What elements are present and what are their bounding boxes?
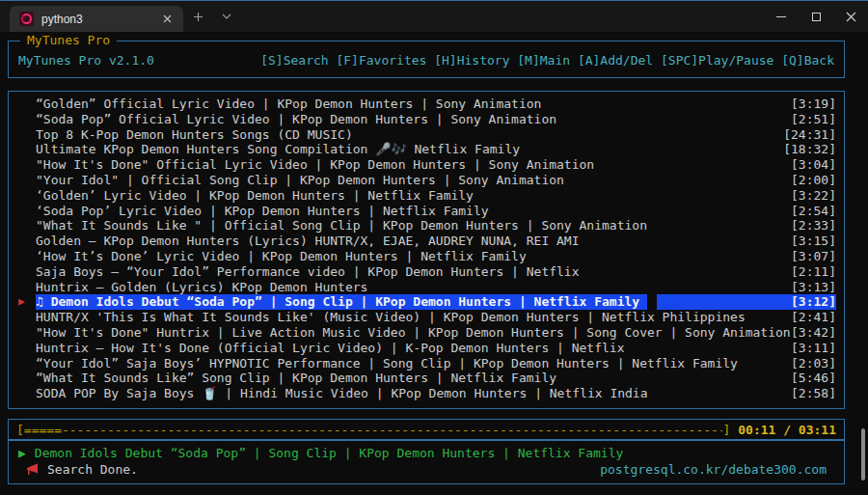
song-duration: [3:12] xyxy=(657,294,836,310)
progress-box: [=====----------------------------------… xyxy=(8,419,845,440)
song-list: “Golden” Official Lyric Video | KPop Dem… xyxy=(8,91,845,409)
playback-time: 00:11 / 03:11 xyxy=(730,423,836,437)
minimize-button[interactable] xyxy=(764,1,799,33)
app-version: MyTunes Pro v2.1.0 xyxy=(18,53,154,68)
song-duration: [2:51] xyxy=(791,112,836,127)
new-tab-button[interactable] xyxy=(183,4,212,29)
song-row[interactable]: Saja Boys – “Your Idol” Performance vide… xyxy=(9,264,844,280)
progress-filled: ===== xyxy=(24,423,62,437)
song-duration: [2:41] xyxy=(791,310,836,325)
progress-close-bracket: ] xyxy=(722,423,730,437)
song-duration: [2:58] xyxy=(791,386,836,401)
song-duration: [2:54] xyxy=(791,204,836,219)
song-row[interactable]: Huntrix – How It's Done (Official Lyric … xyxy=(9,341,844,356)
song-duration: [2:33] xyxy=(791,218,836,234)
now-playing-icon: ▶ xyxy=(18,446,26,461)
keyboard-shortcuts: [S]Search [F]Favorites [H]History [M]Mai… xyxy=(260,53,834,68)
song-title: Huntrix – How It's Done (Official Lyric … xyxy=(36,341,624,356)
song-row[interactable]: "How It's Done" Huntrix | Live Action Mu… xyxy=(9,325,844,341)
song-row[interactable]: ▶ ♫ Demon Idols Debut “Soda Pop” | Song … xyxy=(9,294,844,310)
song-row[interactable]: Ultimate KPop Demon Hunters Song Compila… xyxy=(9,142,844,157)
song-row[interactable]: “Your Idol” Saja Boys’ HYPNOTIC Performa… xyxy=(9,356,844,371)
song-title: “Your Idol” Saja Boys’ HYPNOTIC Performa… xyxy=(36,356,738,371)
song-title: ♫ Demon Idols Debut “Soda Pop” | Song Cl… xyxy=(36,294,647,310)
song-title: “What It Sounds Like” Song Clip | KPop D… xyxy=(36,371,556,386)
terminal-tab[interactable]: python3 xyxy=(10,6,183,32)
song-duration: [3:15] xyxy=(791,234,836,249)
progress-open-bracket: [ xyxy=(16,423,24,437)
song-row[interactable]: “Soda Pop” Official Lyric Video | KPop D… xyxy=(9,112,844,127)
close-button[interactable] xyxy=(833,1,868,33)
song-duration: [18:32] xyxy=(783,142,836,157)
tab-title: python3 xyxy=(41,13,150,26)
song-row[interactable]: “Golden” Official Lyric Video | KPop Dem… xyxy=(9,96,844,112)
song-duration: [3:22] xyxy=(791,188,836,204)
app-header-box: MyTunes Pro MyTunes Pro v2.1.0 [S]Search… xyxy=(8,41,845,78)
song-row[interactable]: Golden – KPop Demon Hunters (Lyrics) HUN… xyxy=(9,234,844,249)
progress-track: ----------------------------------------… xyxy=(62,423,722,437)
song-row[interactable]: HUNTR/X 'This Is What It Sounds Like' (M… xyxy=(9,310,844,325)
song-row[interactable]: ‘Golden’ Lyric Video | KPop Demon Hunter… xyxy=(9,188,844,204)
song-title: Saja Boys – “Your Idol” Performance vide… xyxy=(36,264,580,280)
song-duration: [2:11] xyxy=(791,264,836,280)
song-duration: [24:31] xyxy=(783,127,836,143)
song-title: ‘How It’s Done’ Lyric Video | KPop Demon… xyxy=(36,249,527,264)
song-row[interactable]: ‘Soda Pop’ Lyric Video | KPop Demon Hunt… xyxy=(9,204,844,219)
status-message: Search Done. xyxy=(47,461,138,478)
song-title: “Golden” Official Lyric Video | KPop Dem… xyxy=(36,96,541,112)
song-duration: [5:46] xyxy=(791,371,836,386)
song-title: "What It Sounds Like " | Official Song C… xyxy=(36,218,647,234)
song-row[interactable]: ‘How It’s Done’ Lyric Video | KPop Demon… xyxy=(9,249,844,264)
song-title: HUNTR/X 'This Is What It Sounds Like' (M… xyxy=(36,310,746,325)
app-title: MyTunes Pro xyxy=(20,33,117,48)
song-duration: [2:00] xyxy=(791,173,836,188)
progress-bar: [=====----------------------------------… xyxy=(9,420,844,439)
song-row[interactable]: SODA POP By Saja Boys 🥤 | Hindi Music Vi… xyxy=(9,386,844,401)
tab-dropdown-button[interactable] xyxy=(212,4,241,29)
song-duration: [3:11] xyxy=(791,341,836,356)
status-box: ▶ Demon Idols Debut “Soda Pop” | Song Cl… xyxy=(8,440,845,484)
song-duration: [3:13] xyxy=(791,280,836,295)
song-title: ‘Soda Pop’ Lyric Video | KPop Demon Hunt… xyxy=(36,204,489,219)
song-title: Golden – KPop Demon Hunters (Lyrics) HUN… xyxy=(36,234,580,249)
song-title: Ultimate KPop Demon Hunters Song Compila… xyxy=(36,142,520,157)
song-duration: [3:19] xyxy=(791,96,836,112)
song-title: ‘Golden’ Lyric Video | KPop Demon Hunter… xyxy=(36,188,474,204)
tab-close-icon[interactable] xyxy=(158,11,176,28)
song-title: "Your Idol" | Official Song Clip | KPop … xyxy=(36,173,564,188)
site-url: postgresql.co.kr/debate300.com xyxy=(600,461,834,478)
tab-profile-icon xyxy=(19,12,34,26)
window-titlebar: python3 xyxy=(0,0,868,32)
close-icon xyxy=(846,12,856,22)
song-title: "How It's Done" Huntrix | Live Action Mu… xyxy=(36,325,791,341)
play-indicator-icon: ▶ xyxy=(18,294,36,310)
song-row[interactable]: “What It Sounds Like” Song Clip | KPop D… xyxy=(9,371,844,386)
song-duration: [2:03] xyxy=(791,356,836,371)
song-row[interactable]: "How It's Done" Official Lyric Video | K… xyxy=(9,157,844,173)
speaker-icon xyxy=(26,463,40,476)
song-title: "How It's Done" Official Lyric Video | K… xyxy=(36,157,594,173)
song-title: Top 8 K-Pop Demon Hunters Songs (CD MUSI… xyxy=(36,127,353,143)
song-row[interactable]: Top 8 K-Pop Demon Hunters Songs (CD MUSI… xyxy=(9,127,844,143)
terminal-scrollbar[interactable] xyxy=(861,428,865,481)
now-playing-line: ▶ Demon Idols Debut “Soda Pop” | Song Cl… xyxy=(18,446,834,461)
song-duration: [3:42] xyxy=(791,325,836,341)
now-playing-title: Demon Idols Debut “Soda Pop” | Song Clip… xyxy=(35,446,623,461)
song-row[interactable]: Huntrix – Golden (Lyrics) KPop Demon Hun… xyxy=(9,280,844,295)
minimize-icon xyxy=(776,16,786,17)
song-duration: [3:04] xyxy=(791,157,836,173)
song-title: SODA POP By Saja Boys 🥤 | Hindi Music Vi… xyxy=(36,386,648,401)
maximize-icon xyxy=(812,13,821,21)
maximize-button[interactable] xyxy=(799,1,833,33)
song-row[interactable]: "Your Idol" | Official Song Clip | KPop … xyxy=(9,173,844,188)
song-row[interactable]: "What It Sounds Like " | Official Song C… xyxy=(9,218,844,234)
song-title: “Soda Pop” Official Lyric Video | KPop D… xyxy=(36,112,556,127)
song-duration: [3:07] xyxy=(791,249,836,264)
song-title: Huntrix – Golden (Lyrics) KPop Demon Hun… xyxy=(36,280,367,295)
